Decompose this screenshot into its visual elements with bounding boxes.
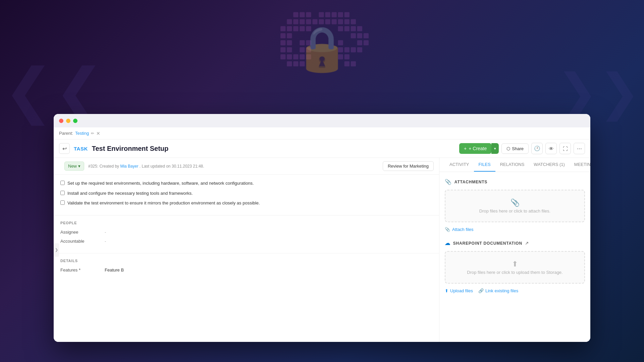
create-label: + Create [469,146,487,151]
svg-rect-57 [300,61,305,66]
paperclip-icon: 📎 [445,179,452,185]
create-button[interactable]: + + Create [459,143,491,154]
svg-rect-23 [306,26,311,31]
assignee-value[interactable]: - [105,230,106,235]
history-icon: 🕐 [534,145,540,152]
storage-actions: ⬆ Upload files 🔗 Link existing files [445,288,585,293]
expand-button[interactable]: ⛶ [559,143,571,154]
history-button[interactable]: 🕐 [531,143,543,154]
more-button[interactable]: ⋯ [574,143,585,154]
svg-rect-34 [287,40,292,45]
svg-rect-0 [293,12,298,17]
svg-rect-2 [306,12,311,17]
upload-icon: ⬆ [445,288,448,293]
svg-rect-9 [293,19,298,24]
app-content: Parent: Testing ✏ ✕ ↩ TASK Test Environm… [54,127,590,342]
svg-rect-35 [300,40,305,45]
svg-rect-54 [344,54,350,59]
svg-rect-43 [306,47,311,52]
features-label: Features * [60,267,101,273]
attach-link-icon: 📎 [445,227,450,232]
svg-rect-59 [351,61,356,66]
meta-text: #325: Created by [88,164,119,169]
link-icon: 🔗 [478,288,484,293]
breadcrumb-edit-icon[interactable]: ✏ [91,131,94,136]
tab-files[interactable]: FILES [474,158,495,172]
attachments-drop-zone[interactable]: 📎 Drop files here or click to attach fil… [445,190,585,222]
create-dropdown-button[interactable]: ▾ [491,143,499,154]
svg-rect-19 [280,26,285,31]
sharepoint-title: ☁ SHAREPOINT DOCUMENTATION ↗ [445,240,585,246]
svg-rect-16 [338,19,343,24]
svg-rect-24 [338,26,343,31]
create-plus-icon: + [464,146,467,151]
assignee-label: Assignee [60,230,101,235]
traffic-light-yellow[interactable] [66,119,70,123]
checklist-checkbox-1[interactable] [60,181,65,185]
svg-rect-3 [319,12,324,17]
meta-suffix: . Last updated on 30.11.2023 21:48. [140,164,204,169]
main-window: Parent: Testing ✏ ✕ ↩ TASK Test Environm… [54,114,590,342]
link-existing-files-link[interactable]: 🔗 Link existing files [478,288,518,293]
storage-drop-zone[interactable]: ⬆ Drop files here or click to upload the… [445,251,585,284]
attachments-title: 📎 ATTACHMENTS [445,179,585,185]
more-icon: ⋯ [577,145,582,152]
breadcrumb-testing-link[interactable]: Testing [75,131,89,136]
left-panel-expand-handle[interactable]: ❯ [54,243,59,257]
checklist-text-2: Install and configure the necessary test… [67,190,193,197]
svg-rect-27 [357,26,362,31]
logo-icon: 🔒 [295,27,349,70]
svg-rect-46 [351,47,356,52]
svg-rect-7 [344,12,350,17]
checklist-checkbox-3[interactable] [60,200,65,205]
task-title: Test Environment Setup [92,145,455,153]
checklist-text-3: Validate the test environment to ensure … [67,200,260,206]
features-value[interactable]: Feature B [105,267,124,273]
title-bar [54,114,590,127]
share-button[interactable]: ⬡ Share [501,143,529,154]
drop-zone-text: Drop files here or click to attach files… [479,208,550,214]
expand-arrow-icon: ❯ [55,248,58,252]
status-dropdown-icon: ▾ [78,164,80,169]
header-actions: + + Create ▾ ⬡ Share 🕐 👁 ⛶ [459,143,585,154]
tab-watchers[interactable]: WATCHERS (1) [529,158,569,172]
checklist-checkbox-2[interactable] [60,191,65,195]
traffic-light-red[interactable] [59,119,63,123]
task-meta: #325: Created by Mia Bayer . Last update… [88,164,379,169]
back-button[interactable]: ↩ [59,143,70,154]
attach-files-link[interactable]: 📎 Attach files [445,227,585,232]
right-decoration: ❯❯ [556,67,641,117]
expand-icon: ⛶ [563,146,568,152]
upload-files-link[interactable]: ⬆ Upload files [445,288,473,293]
checklist-area: Set up the required test environments, i… [54,175,439,216]
svg-rect-38 [357,40,362,45]
svg-rect-22 [300,26,305,31]
svg-rect-21 [293,26,298,31]
tab-meetings[interactable]: MEETINGS [570,158,590,172]
accountable-field-row: Accountable - [60,239,432,244]
svg-rect-47 [357,47,362,52]
status-badge[interactable]: New ▾ [64,162,84,171]
view-button[interactable]: 👁 [545,143,557,154]
svg-rect-40 [280,47,285,52]
svg-rect-33 [280,40,285,45]
meta-author: Mia Bayer [120,164,138,169]
accountable-value[interactable]: - [105,239,106,244]
review-for-marketing-button[interactable]: Review for Marketing [383,161,434,171]
tab-activity[interactable]: ACTIVITY [445,158,474,172]
svg-rect-53 [338,54,343,59]
svg-rect-20 [287,26,292,31]
people-section-title: PEOPLE [60,221,432,225]
svg-rect-29 [287,33,292,38]
breadcrumb-close-icon[interactable]: ✕ [96,131,100,136]
svg-rect-8 [287,19,292,24]
traffic-light-green[interactable] [73,119,77,123]
svg-rect-52 [306,54,311,59]
svg-rect-10 [300,19,305,24]
tab-relations[interactable]: RELATIONS [495,158,529,172]
svg-rect-45 [344,47,350,52]
share-label: Share [512,146,524,151]
sharepoint-external-link-icon[interactable]: ↗ [525,241,529,246]
upload-label: Upload files [450,288,473,293]
svg-rect-18 [351,19,356,24]
